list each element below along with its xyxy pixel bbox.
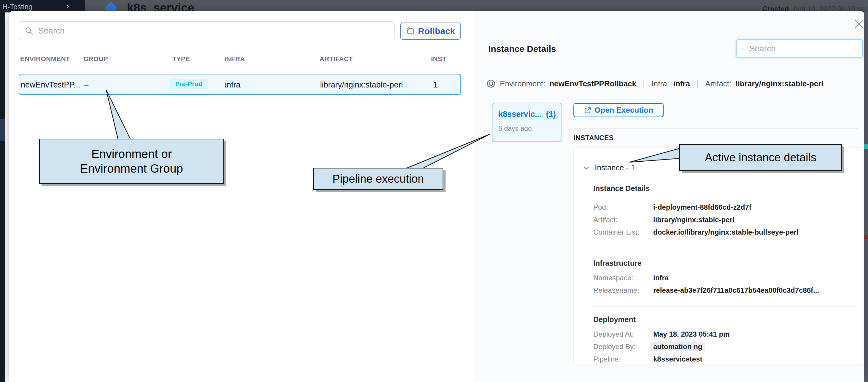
screen: H-Testing › k8s_service Created Aug 10, … <box>0 0 868 382</box>
artifact-value: library/nginx:stable-perl <box>653 216 734 224</box>
namespace-label: Namespace: <box>593 274 633 282</box>
pre-prod-badge: Pre-Prod <box>170 78 208 89</box>
instance-accordion-header[interactable]: Instance - 1 <box>583 163 635 172</box>
sidenav-selected-item-sliver <box>0 119 5 141</box>
environment-summary: Environment: newEnvTestPPRollback | Infr… <box>486 78 824 89</box>
execution-count: (1) <box>546 110 556 119</box>
deployed-by-value: automation ng <box>653 343 705 351</box>
deployed-by-label: Deployed By: <box>593 343 636 351</box>
breadcrumb-chevron-icon: › <box>66 2 69 11</box>
cell-environment: newEnvTestPP... <box>21 81 81 90</box>
container-list-label: Container List: <box>593 228 639 236</box>
right-rail-red-mark <box>864 235 868 239</box>
col-type: TYPE <box>173 55 190 63</box>
panel-header-divider <box>481 67 862 67</box>
artifact-value: library/nginx:stable-perl <box>735 79 823 88</box>
section-heading-deployment: Deployment <box>593 315 636 324</box>
environment-value: newEnvTestPPRollback <box>549 79 636 88</box>
artifact-label: Artifact: <box>593 216 617 224</box>
instances-section-label: INSTANCES <box>574 134 614 142</box>
instances-modal: Rollback ENVIRONMENT GROUP TYPE INFRA AR… <box>9 11 864 382</box>
col-infra: INFRA <box>224 55 245 63</box>
open-execution-label: Open Execution <box>594 105 653 115</box>
callout-environment-group: Environment or Environment Group <box>39 139 224 184</box>
background-sidenav-rail <box>0 12 5 382</box>
col-environment: ENVIRONMENT <box>20 55 70 63</box>
section-heading-instance-details: Instance Details <box>593 184 650 193</box>
pipeline-value: k8sservicetest <box>653 355 702 363</box>
cell-artifact: library/nginx:stable-perl <box>320 81 403 90</box>
callout-pipeline-execution: Pipeline execution <box>313 168 443 190</box>
callout-line: Active instance details <box>705 151 816 164</box>
environment-table-row[interactable]: newEnvTestPP... – Pre-Prod infra library… <box>19 74 461 95</box>
callout-line: Pipeline execution <box>333 172 424 185</box>
panel-title: Instance Details <box>488 44 556 54</box>
background-right-rail <box>864 12 868 382</box>
infra-value: infra <box>673 79 690 88</box>
separator: | <box>641 79 647 88</box>
cell-group: – <box>84 81 88 90</box>
pod-label: Pod: <box>593 203 608 212</box>
environments-search[interactable] <box>19 21 395 40</box>
pod-value: i-deployment-88fd66cd-z2d7f <box>653 203 751 212</box>
namespace-value: infra <box>653 274 669 282</box>
cell-infra: infra <box>225 81 241 90</box>
infra-label: Infra: <box>651 79 669 88</box>
instance-title: Instance - 1 <box>595 163 635 172</box>
instances-search-input[interactable] <box>749 43 857 54</box>
instances-divider <box>574 128 858 129</box>
callout-active-instance: Active instance details <box>679 144 842 171</box>
rollback-icon <box>406 27 415 36</box>
instance-details-panel: Instance Details Environment: newEnvTest… <box>475 11 864 382</box>
col-inst: INST <box>431 55 446 63</box>
close-icon[interactable] <box>852 17 866 31</box>
breadcrumb: H-Testing <box>2 3 32 11</box>
table-header-divider <box>19 69 461 69</box>
search-icon <box>25 26 33 35</box>
artifact-label: Artifact: <box>705 79 731 88</box>
right-rail-teal-mark <box>864 144 868 149</box>
execution-card[interactable]: k8sservic... (1) 6 days ago <box>492 103 562 142</box>
callout-line: Environment or <box>91 147 172 161</box>
instances-search[interactable] <box>736 39 863 58</box>
releasename-value: release-ab3e7f26f711a0c617b54ea00f0c3d7c… <box>653 286 819 294</box>
environment-label: Environment: <box>500 79 545 88</box>
section-divider <box>593 249 855 249</box>
deployed-at-label: Deployed At: <box>593 330 633 339</box>
external-link-icon <box>584 106 591 114</box>
section-heading-infrastructure: Infrastructure <box>593 259 642 267</box>
deployed-at-value: May 18, 2023 05:41 pm <box>653 330 730 339</box>
environments-search-input[interactable] <box>38 26 389 36</box>
environment-target-icon <box>486 79 496 88</box>
rollback-label: Rollback <box>418 26 455 36</box>
execution-time: 6 days ago <box>498 125 532 133</box>
chevron-down-icon <box>583 164 590 171</box>
separator: | <box>694 79 701 88</box>
instances-card: Instance - 1 Instance Details Pod: i-dep… <box>574 148 862 365</box>
pipeline-label: Pipeline: <box>593 355 621 363</box>
col-group: GROUP <box>83 55 108 63</box>
cell-inst: 1 <box>433 81 438 90</box>
container-list-value: docker.io/library/nginx:stable-bullseye-… <box>653 228 798 236</box>
section-divider <box>593 306 855 307</box>
search-icon <box>742 44 745 53</box>
col-artifact: ARTIFACT <box>319 55 353 63</box>
releasename-label: Releasename: <box>593 286 639 294</box>
execution-name: k8sservic... (1) <box>498 110 556 119</box>
open-execution-button[interactable]: Open Execution <box>574 103 663 117</box>
rollback-button[interactable]: Rollback <box>400 23 461 40</box>
callout-line: Environment Group <box>80 161 183 176</box>
